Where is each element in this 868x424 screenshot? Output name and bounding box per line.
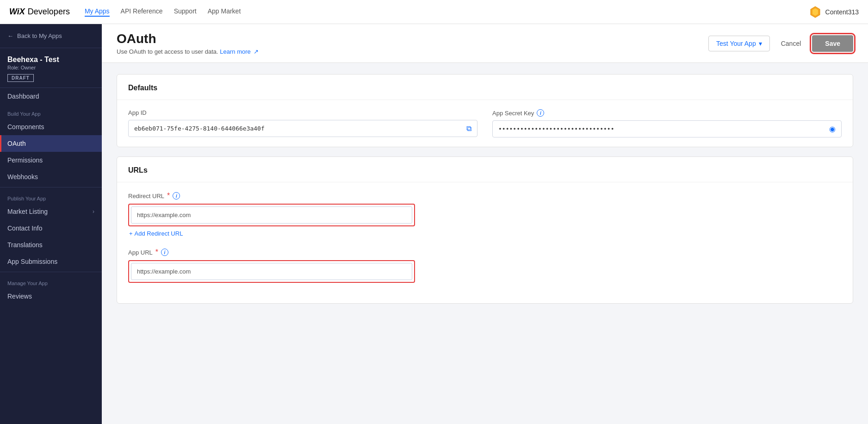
sidebar-item-market-listing[interactable]: Market Listing › (0, 203, 102, 220)
plus-icon: + (129, 230, 133, 237)
form-content: Defaults App ID ⧉ (102, 63, 868, 324)
save-button[interactable]: Save (812, 35, 853, 52)
sidebar-app-info: Beehexa - Test Role: Owner DRAFT (0, 48, 102, 88)
sidebar-item-label: Reviews (7, 293, 32, 300)
app-secret-group: App Secret Key i ◉ (492, 109, 842, 137)
redirect-url-info-icon[interactable]: i (173, 192, 180, 200)
app-secret-field: ◉ (492, 120, 842, 137)
app-secret-input[interactable] (493, 121, 824, 137)
chevron-down-icon: ▾ (759, 40, 762, 47)
sidebar-item-label: OAuth (7, 140, 26, 147)
nav-right: Content313 (809, 6, 859, 19)
sidebar-item-webhooks[interactable]: Webhooks (0, 168, 102, 185)
back-arrow-icon: ← (7, 32, 13, 39)
app-id-label: App ID (128, 109, 477, 116)
wix-logo-icon (809, 6, 822, 19)
sidebar-item-oauth[interactable]: OAuth (0, 135, 102, 152)
page-header-left: OAuth Use OAuth to get access to user da… (117, 31, 259, 55)
main-layout: ← Back to My Apps Beehexa - Test Role: O… (0, 24, 868, 424)
sidebar-section-manage: Manage Your App (0, 274, 102, 288)
sidebar-item-label: App Submissions (7, 258, 57, 265)
nav-my-apps[interactable]: My Apps (85, 7, 110, 17)
redirect-url-label-row: Redirect URL * i (128, 192, 842, 200)
toggle-secret-button[interactable]: ◉ (824, 121, 841, 137)
defaults-title: Defaults (117, 75, 853, 100)
copy-icon: ⧉ (466, 125, 471, 132)
add-redirect-url-link[interactable]: + Add Redirect URL (128, 230, 842, 237)
logo-dev: Developers (28, 7, 70, 17)
defaults-section: Defaults App ID ⧉ (117, 74, 853, 147)
nav-app-market[interactable]: App Market (208, 7, 241, 17)
app-secret-info-icon[interactable]: i (537, 109, 544, 117)
redirect-url-input[interactable] (131, 206, 412, 224)
draft-badge: DRAFT (7, 74, 34, 82)
page-title: OAuth (117, 31, 259, 46)
sidebar-item-label: Dashboard (7, 93, 39, 100)
app-id-group: App ID ⧉ (128, 109, 477, 137)
defaults-row: App ID ⧉ App Secret Key i (128, 109, 842, 137)
nav-links: My Apps API Reference Support App Market (85, 7, 794, 17)
app-url-label-row: App URL * i (128, 248, 842, 256)
sidebar-item-permissions[interactable]: Permissions (0, 152, 102, 168)
urls-body: Redirect URL * i + Add Redirect URL (117, 182, 853, 303)
app-url-required: * (155, 248, 158, 256)
sidebar-item-app-submissions[interactable]: App Submissions (0, 253, 102, 270)
logo: WiX Developers (9, 7, 70, 17)
sidebar-section-publish: Publish Your App (0, 189, 102, 203)
sidebar-item-contact-info[interactable]: Contact Info (0, 220, 102, 237)
sidebar-item-components[interactable]: Components (0, 118, 102, 135)
external-link-icon: ↗ (254, 48, 259, 55)
sidebar-item-dashboard[interactable]: Dashboard (0, 88, 102, 105)
app-role: Role: Owner (7, 65, 94, 70)
copy-app-id-button[interactable]: ⧉ (461, 121, 477, 137)
app-id-field: ⧉ (128, 120, 477, 137)
app-name: Beehexa - Test (7, 56, 94, 64)
sidebar-item-label: Webhooks (7, 173, 38, 181)
sidebar-item-label: Components (7, 123, 44, 131)
chevron-right-icon: › (93, 208, 94, 215)
back-label: Back to My Apps (17, 32, 62, 39)
content-area: OAuth Use OAuth to get access to user da… (102, 24, 868, 424)
defaults-body: App ID ⧉ App Secret Key i (117, 100, 853, 147)
redirect-url-label: Redirect URL (128, 193, 164, 200)
sidebar-item-translations[interactable]: Translations (0, 237, 102, 253)
sidebar-item-label: Translations (7, 241, 43, 249)
redirect-url-required: * (167, 192, 170, 200)
app-url-info-icon[interactable]: i (161, 249, 168, 256)
app-url-label: App URL (128, 249, 153, 256)
test-your-app-button[interactable]: Test Your App ▾ (708, 36, 770, 51)
nav-support[interactable]: Support (174, 7, 197, 17)
sidebar-item-reviews[interactable]: Reviews (0, 288, 102, 305)
sidebar-section-build: Build Your App (0, 105, 102, 118)
top-nav: WiX Developers My Apps API Reference Sup… (0, 0, 868, 24)
app-secret-label: App Secret Key i (492, 109, 842, 117)
logo-wix: WiX (9, 7, 25, 17)
cancel-button[interactable]: Cancel (775, 36, 807, 51)
app-url-box (128, 260, 415, 283)
divider-publish (0, 187, 102, 187)
redirect-url-box (128, 204, 415, 226)
app-id-input[interactable] (129, 120, 461, 137)
sidebar-item-label: Permissions (7, 156, 43, 164)
page-subtitle: Use OAuth to get access to user data. Le… (117, 48, 259, 55)
user-name: Content313 (825, 8, 859, 16)
learn-more-link[interactable]: Learn more ↗ (220, 48, 259, 55)
sidebar: ← Back to My Apps Beehexa - Test Role: O… (0, 24, 102, 424)
eye-icon: ◉ (829, 125, 836, 133)
urls-section: URLs Redirect URL * i + (117, 156, 853, 304)
sidebar-item-label: Market Listing (7, 208, 48, 215)
app-url-group: App URL * i (128, 248, 842, 283)
back-to-my-apps[interactable]: ← Back to My Apps (0, 24, 102, 48)
app-url-input[interactable] (131, 263, 412, 280)
urls-title: URLs (117, 157, 853, 182)
redirect-url-group: Redirect URL * i + Add Redirect URL (128, 192, 842, 237)
divider-manage (0, 272, 102, 272)
page-header: OAuth Use OAuth to get access to user da… (102, 24, 868, 63)
nav-api-reference[interactable]: API Reference (121, 7, 163, 17)
page-header-actions: Test Your App ▾ Cancel Save (708, 35, 853, 52)
sidebar-item-label: Contact Info (7, 224, 43, 232)
